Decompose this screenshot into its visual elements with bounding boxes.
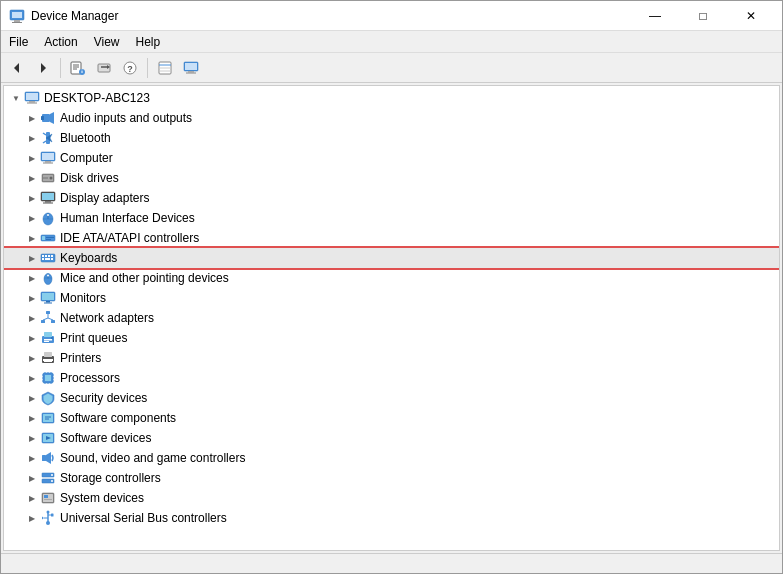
software-components-expand[interactable]	[24, 410, 40, 426]
security-expand[interactable]	[24, 390, 40, 406]
svg-rect-87	[44, 361, 52, 362]
computer-expand[interactable]	[24, 150, 40, 166]
svg-rect-48	[43, 203, 53, 204]
svg-line-77	[43, 318, 48, 320]
back-icon	[10, 61, 24, 75]
print-queue-icon	[40, 330, 56, 346]
tree-item-security[interactable]: Security devices	[4, 388, 779, 408]
tree-item-processors[interactable]: Processors	[4, 368, 779, 388]
system-expand[interactable]	[24, 490, 40, 506]
menu-action[interactable]: Action	[36, 33, 85, 51]
tree-item-mice[interactable]: Mice and other pointing devices	[4, 268, 779, 288]
storage-expand[interactable]	[24, 470, 40, 486]
properties-button[interactable]	[66, 56, 90, 80]
tree-item-usb[interactable]: Universal Serial Bus controllers	[4, 508, 779, 528]
minimize-button[interactable]: —	[632, 2, 678, 30]
mice-expand[interactable]	[24, 270, 40, 286]
network-label: Network adapters	[60, 311, 154, 325]
toolbar-separator-2	[147, 58, 148, 78]
svg-rect-1	[12, 12, 22, 18]
svg-rect-117	[44, 499, 52, 500]
title-bar-left: Device Manager	[9, 8, 118, 24]
update-driver-button[interactable]	[92, 56, 116, 80]
tree-item-hid[interactable]: Human Interface Devices	[4, 208, 779, 228]
svg-rect-32	[41, 116, 44, 120]
svg-line-36	[43, 141, 46, 143]
menu-help[interactable]: Help	[128, 33, 169, 51]
svg-rect-85	[44, 352, 52, 357]
tree-item-disk[interactable]: Disk drives	[4, 168, 779, 188]
computer-icon	[183, 60, 199, 76]
security-icon	[40, 390, 56, 406]
display-expand[interactable]	[24, 190, 40, 206]
software-devices-expand[interactable]	[24, 430, 40, 446]
svg-text:?: ?	[127, 64, 133, 74]
tree-item-software-devices[interactable]: Software devices	[4, 428, 779, 448]
tree-item-software-components[interactable]: Software components	[4, 408, 779, 428]
tree-view[interactable]: DESKTOP-ABC123 Audio inputs and outputs	[4, 86, 779, 550]
tree-item-system[interactable]: System devices	[4, 488, 779, 508]
usb-expand[interactable]	[24, 510, 40, 526]
back-button[interactable]	[5, 56, 29, 80]
tree-item-audio[interactable]: Audio inputs and outputs	[4, 108, 779, 128]
computer-button[interactable]	[179, 56, 203, 80]
svg-rect-2	[14, 20, 20, 22]
processors-label: Processors	[60, 371, 120, 385]
toolbar-separator-1	[60, 58, 61, 78]
bluetooth-expand[interactable]	[24, 130, 40, 146]
help-button[interactable]: ?	[118, 56, 142, 80]
tree-item-ide[interactable]: IDE ATA/ATAPI controllers	[4, 228, 779, 248]
tree-item-keyboards[interactable]: Keyboards	[4, 248, 779, 268]
forward-button[interactable]	[31, 56, 55, 80]
printer-icon	[40, 350, 56, 366]
menu-view[interactable]: View	[86, 33, 128, 51]
display-icon	[40, 190, 56, 206]
monitors-expand[interactable]	[24, 290, 40, 306]
svg-point-43	[50, 177, 53, 180]
processors-expand[interactable]	[24, 370, 40, 386]
print-queues-expand[interactable]	[24, 330, 40, 346]
audio-icon	[40, 110, 56, 126]
tree-item-display[interactable]: Display adapters	[4, 188, 779, 208]
tree-item-sound[interactable]: Sound, video and game controllers	[4, 448, 779, 468]
sound-expand[interactable]	[24, 450, 40, 466]
network-expand[interactable]	[24, 310, 40, 326]
svg-point-83	[51, 337, 53, 339]
tree-item-print-queues[interactable]: Print queues	[4, 328, 779, 348]
root-expand[interactable]	[8, 90, 24, 106]
svg-marker-123	[42, 517, 44, 520]
close-button[interactable]: ✕	[728, 2, 774, 30]
printers-expand[interactable]	[24, 350, 40, 366]
svg-rect-29	[27, 103, 37, 104]
ide-label: IDE ATA/ATAPI controllers	[60, 231, 199, 245]
software-components-icon	[40, 410, 56, 426]
tree-item-computer[interactable]: Computer	[4, 148, 779, 168]
svg-rect-103	[43, 414, 53, 422]
hid-icon	[40, 210, 56, 226]
tree-item-network[interactable]: Network adapters	[4, 308, 779, 328]
audio-label: Audio inputs and outputs	[60, 111, 192, 125]
toolbar: ?	[1, 53, 782, 83]
disk-label: Disk drives	[60, 171, 119, 185]
svg-rect-40	[43, 163, 53, 164]
hid-expand[interactable]	[24, 210, 40, 226]
svg-rect-28	[29, 101, 35, 103]
keyboards-expand[interactable]	[24, 250, 40, 266]
menu-file[interactable]: File	[1, 33, 36, 51]
svg-line-78	[48, 318, 53, 320]
scan-button[interactable]	[153, 56, 177, 80]
tree-item-bluetooth[interactable]: Bluetooth	[4, 128, 779, 148]
maximize-button[interactable]: □	[680, 2, 726, 30]
tree-item-printers[interactable]: Printers	[4, 348, 779, 368]
audio-expand[interactable]	[24, 110, 40, 126]
tree-item-storage[interactable]: Storage controllers	[4, 468, 779, 488]
hid-label: Human Interface Devices	[60, 211, 195, 225]
software-devices-icon	[40, 430, 56, 446]
tree-item-monitors[interactable]: Monitors	[4, 288, 779, 308]
svg-rect-56	[46, 239, 51, 240]
tree-root[interactable]: DESKTOP-ABC123	[4, 88, 779, 108]
ide-expand[interactable]	[24, 230, 40, 246]
keyboards-label: Keyboards	[60, 251, 117, 265]
storage-label: Storage controllers	[60, 471, 161, 485]
disk-expand[interactable]	[24, 170, 40, 186]
